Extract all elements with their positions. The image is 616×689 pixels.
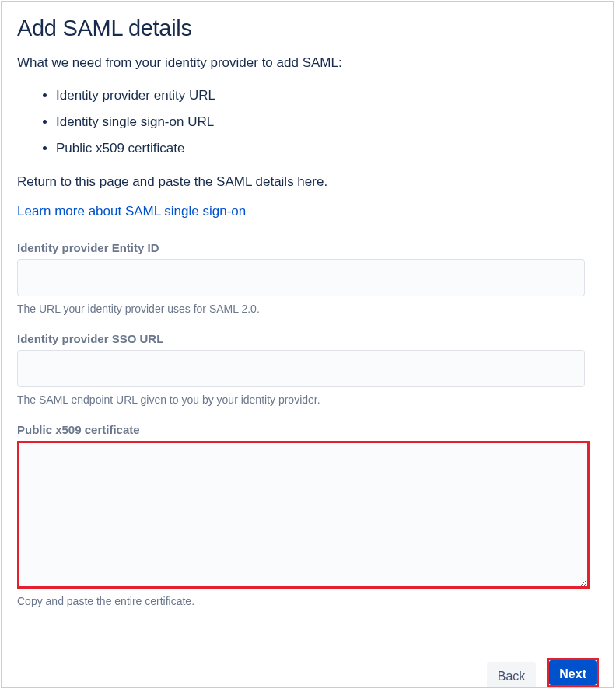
return-text: Return to this page and paste the SAML d… <box>17 174 597 190</box>
entity-id-help: The URL your identity provider uses for … <box>17 303 597 315</box>
sso-url-group: Identity provider SSO URL The SAML endpo… <box>17 332 597 406</box>
footer-buttons: Back Next <box>487 658 599 687</box>
sso-url-help: The SAML endpoint URL given to you by yo… <box>17 393 597 406</box>
back-button[interactable]: Back <box>487 662 537 687</box>
x509-group: Public x509 certificate Copy and paste t… <box>17 423 597 607</box>
entity-id-label: Identity provider Entity ID <box>17 241 597 254</box>
saml-details-panel: Add SAML details What we need from your … <box>1 1 614 688</box>
learn-more-link[interactable]: Learn more about SAML single sign-on <box>17 204 246 219</box>
next-highlight-box: Next <box>547 658 599 687</box>
entity-id-input[interactable] <box>17 259 585 296</box>
requirement-item: Public x509 certificate <box>56 139 597 158</box>
x509-help: Copy and paste the entire certificate. <box>17 595 597 607</box>
sso-url-label: Identity provider SSO URL <box>17 332 597 345</box>
requirement-item: Identity provider entity URL <box>56 86 597 105</box>
requirement-item: Identity single sign-on URL <box>56 113 597 131</box>
page-title: Add SAML details <box>17 16 597 41</box>
x509-highlight-box <box>17 441 590 589</box>
sso-url-input[interactable] <box>17 350 585 387</box>
next-button[interactable]: Next <box>549 660 597 685</box>
requirements-list: Identity provider entity URL Identity si… <box>56 86 597 157</box>
x509-label: Public x509 certificate <box>17 423 597 436</box>
intro-text: What we need from your identity provider… <box>17 55 597 71</box>
entity-id-group: Identity provider Entity ID The URL your… <box>17 241 597 315</box>
x509-textarea[interactable] <box>19 443 587 586</box>
